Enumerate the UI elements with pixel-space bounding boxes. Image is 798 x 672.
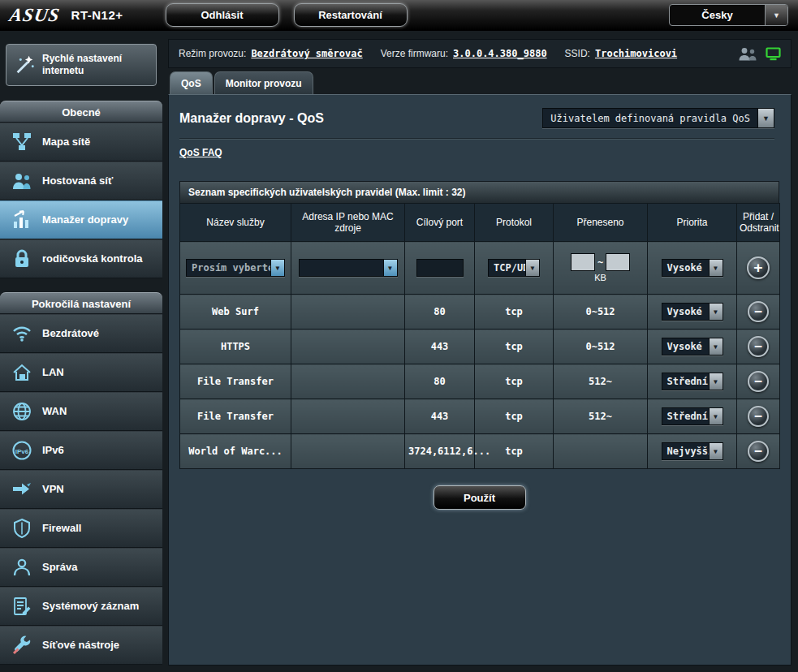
- qos-faq-link[interactable]: QoS FAQ: [179, 147, 222, 158]
- section-header-general: Obecné: [0, 101, 162, 123]
- svg-text:IPv6: IPv6: [15, 448, 29, 455]
- asus-logo: ASUS: [8, 5, 62, 26]
- service-name-select[interactable]: Prosím vyberte ▼: [186, 259, 285, 277]
- col-priority: Priorita: [648, 204, 737, 242]
- section-header-advanced: Pokročilá nastavení: [0, 292, 162, 314]
- service-cell: HTTPS: [180, 330, 291, 364]
- transferred-min-input[interactable]: [571, 253, 595, 271]
- col-service-name: Název služby: [180, 204, 291, 242]
- port-cell: 80: [405, 295, 475, 330]
- col-protocol: Protokol: [475, 204, 554, 242]
- operation-mode-link[interactable]: Bezdrátový směrovač: [251, 48, 362, 59]
- qos-rules-select-value: Uživatelem definovaná pravidla QoS: [543, 109, 757, 127]
- protocol-select[interactable]: TCP/UDP ▼: [488, 259, 540, 277]
- sidebar-item-label: Správa: [42, 561, 77, 574]
- transferred-cell: 512~: [554, 364, 648, 399]
- qos-rules-select[interactable]: Uživatelem definovaná pravidla QoS ▼: [542, 108, 774, 128]
- tab-bar: QoS Monitor provozu: [168, 71, 792, 94]
- priority-select[interactable]: Vysoké ▼: [662, 259, 723, 277]
- apply-button[interactable]: Použít: [434, 485, 526, 510]
- remove-cell: −: [737, 399, 780, 434]
- lan-icon: [11, 361, 33, 384]
- ssid-link[interactable]: Trochimovicovi: [595, 48, 677, 59]
- wireless-icon: [11, 322, 33, 345]
- sidebar-item-label: Firewall: [42, 522, 81, 535]
- magic-wand-icon: [13, 54, 36, 76]
- sidebar-item-lan[interactable]: LAN: [0, 353, 162, 392]
- firmware-label: Verze firmwaru:: [381, 48, 448, 59]
- page-title: Manažer dopravy - QoS: [179, 111, 324, 126]
- source-cell: [291, 364, 405, 399]
- transferred-cell: ~ KB: [554, 242, 648, 295]
- priority-select[interactable]: Vysoké ▼: [662, 303, 723, 321]
- sidebar-item-guest-network[interactable]: Hostovaná síť: [0, 162, 162, 200]
- sidebar-item-traffic-manager[interactable]: Manažer dopravy: [0, 200, 162, 239]
- operation-mode-label: Režim provozu:: [179, 48, 246, 59]
- chevron-down-icon: ▼: [270, 260, 284, 276]
- firmware-version-link[interactable]: 3.0.0.4.380_9880: [453, 48, 547, 59]
- remove-rule-button[interactable]: −: [748, 406, 769, 427]
- service-cell: Prosím vyberte ▼: [180, 242, 291, 295]
- sidebar-item-network-map[interactable]: Mapa sítě: [0, 123, 162, 162]
- network-status-icon[interactable]: [766, 47, 781, 61]
- quick-internet-setup-button[interactable]: Rychlé nastavení internetu: [6, 44, 157, 86]
- sidebar-item-parental-control[interactable]: rodičovská kontrola: [0, 239, 162, 278]
- ipv6-icon: IPv6: [11, 439, 33, 462]
- remove-cell: −: [737, 434, 780, 469]
- priority-cell: Vysoké ▼: [648, 295, 737, 330]
- sidebar-item-system-log[interactable]: Systémový záznam: [0, 587, 162, 626]
- logout-button[interactable]: Odhlásit: [166, 3, 279, 27]
- port-cell: 80: [405, 364, 475, 399]
- tab-qos[interactable]: QoS: [170, 71, 213, 94]
- remove-rule-button[interactable]: −: [748, 371, 769, 392]
- remove-rule-button[interactable]: −: [748, 336, 769, 357]
- source-cell: [291, 399, 405, 434]
- chevron-down-icon: ▼: [383, 260, 397, 276]
- priority-select[interactable]: Vysoké ▼: [662, 338, 723, 355]
- protocol-cell: tcp: [475, 364, 554, 399]
- wan-icon: [11, 400, 33, 423]
- parental-control-icon: [11, 248, 33, 270]
- remove-rule-button[interactable]: −: [748, 441, 769, 462]
- guest-network-icon: [11, 170, 33, 192]
- chevron-down-icon: ▼: [525, 260, 539, 276]
- transferred-cell: [554, 434, 648, 469]
- transferred-cell: 0~512: [554, 295, 648, 330]
- sidebar-item-vpn[interactable]: VPN: [0, 470, 162, 509]
- minus-icon: −: [754, 340, 762, 353]
- main-content: Režim provozu: Bezdrátový směrovač Verze…: [162, 31, 798, 672]
- priority-select[interactable]: Střední ▼: [662, 407, 723, 425]
- table-row: File Transfer 80 tcp 512~ Střední ▼: [180, 364, 780, 399]
- table-header-row: Název služby Adresa IP nebo MAC zdroje C…: [180, 204, 780, 242]
- sidebar-item-wireless[interactable]: Bezdrátové: [0, 314, 162, 353]
- remove-rule-button[interactable]: −: [748, 301, 769, 322]
- priority-select[interactable]: Střední ▼: [662, 373, 723, 390]
- chevron-down-icon: ▼: [709, 338, 723, 355]
- add-rule-button[interactable]: +: [747, 256, 770, 279]
- clients-icon[interactable]: [738, 47, 757, 61]
- source-cell: [291, 434, 405, 469]
- table-title: Seznam specifických uživatelských pravid…: [179, 181, 779, 203]
- tab-traffic-monitor[interactable]: Monitor provozu: [214, 71, 313, 94]
- reboot-button[interactable]: Restartování: [294, 3, 408, 27]
- port-cell: 3724,6112,6...: [405, 434, 475, 469]
- sidebar-item-network-tools[interactable]: Síťové nástroje: [0, 626, 162, 665]
- col-add-delete: Přidat / Odstranit: [737, 204, 780, 242]
- sidebar-item-administration[interactable]: Správa: [0, 548, 162, 587]
- range-separator: ~: [597, 256, 603, 268]
- port-cell: 443: [405, 399, 475, 434]
- language-select[interactable]: Česky ▼: [669, 4, 788, 26]
- network-map-icon: [11, 131, 33, 153]
- network-tools-icon: [11, 634, 33, 657]
- content-panel: Manažer dopravy - QoS Uživatelem definov…: [168, 94, 792, 666]
- destination-port-input[interactable]: [416, 259, 464, 277]
- plus-icon: +: [754, 261, 763, 275]
- transferred-max-input[interactable]: [606, 253, 630, 271]
- status-info-bar: Režim provozu: Bezdrátový směrovač Verze…: [168, 39, 792, 68]
- priority-select[interactable]: Nejvyšší ▼: [662, 442, 723, 460]
- sidebar-item-wan[interactable]: WAN: [0, 392, 162, 431]
- sidebar-item-label: Síťové nástroje: [42, 639, 119, 652]
- sidebar-item-firewall[interactable]: Firewall: [0, 509, 162, 548]
- source-address-select[interactable]: ▼: [299, 259, 398, 277]
- sidebar-item-ipv6[interactable]: IPv6 IPv6: [0, 431, 162, 470]
